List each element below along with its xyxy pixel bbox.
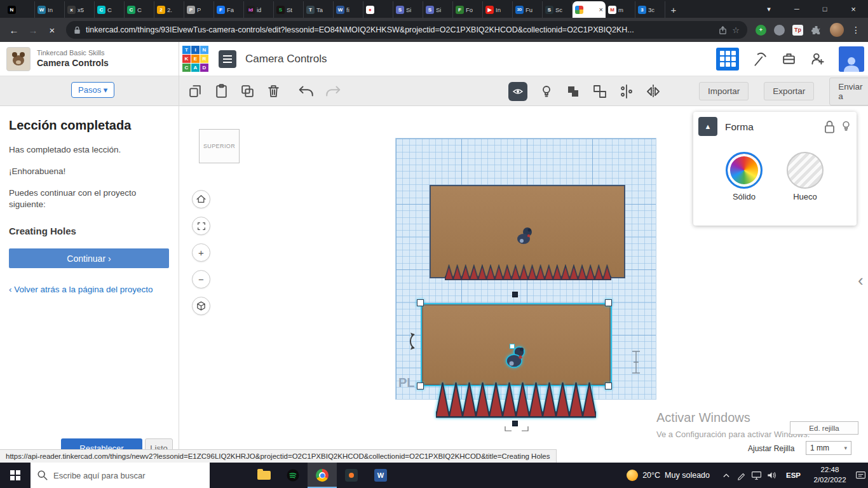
browser-tab[interactable]: SSc: [543, 1, 573, 18]
copy-icon[interactable]: [187, 83, 203, 99]
hide-lightbulb-icon[interactable]: [839, 119, 853, 133]
browser-tab[interactable]: Wfi: [334, 1, 363, 18]
browser-tab[interactable]: TTa: [304, 1, 334, 18]
perspective-toggle-button[interactable]: [192, 297, 210, 315]
continue-button[interactable]: Continuar ›: [9, 248, 169, 268]
solid-color-swatch[interactable]: [726, 152, 763, 189]
right-panel-collapse-chevron[interactable]: ‹: [858, 271, 864, 290]
viewcube-top-face[interactable]: SUPERIOR: [199, 129, 240, 163]
lesson-list-icon[interactable]: [219, 50, 236, 68]
action-center-icon[interactable]: [853, 463, 868, 488]
invite-person-add-icon[interactable]: [810, 51, 826, 67]
file-explorer-icon[interactable]: [249, 463, 278, 488]
browser-tab[interactable]: SSt: [274, 1, 304, 18]
panel-collapse-button[interactable]: ▲: [698, 117, 717, 136]
pen-tray-icon[interactable]: [734, 463, 749, 488]
snap-grid-select[interactable]: 1 mm ▾: [806, 441, 851, 455]
scale-handle-corner[interactable]: [417, 383, 424, 390]
tinkercad-logo[interactable]: T I N K E R C A D: [182, 46, 208, 72]
tray-expand-chevron[interactable]: [719, 463, 734, 488]
back-button[interactable]: ←: [5, 21, 23, 39]
paste-icon[interactable]: [214, 83, 229, 99]
dashboard-grid-button[interactable]: [716, 48, 739, 71]
browser-tab[interactable]: ●: [363, 1, 393, 18]
chrome-menu-kebab-icon[interactable]: ⋮: [849, 25, 863, 35]
dark-app-icon[interactable]: [337, 463, 366, 488]
browser-tab[interactable]: FFa: [214, 1, 244, 18]
export-button[interactable]: Exportar: [764, 82, 814, 100]
delete-trash-icon[interactable]: [266, 83, 281, 99]
taskbar-search-input[interactable]: [31, 463, 210, 488]
send-to-button[interactable]: Enviar a: [829, 78, 868, 105]
rotate-handle-icon[interactable]: [403, 332, 417, 351]
browser-tab[interactable]: 3DFu: [513, 1, 543, 18]
duplicate-icon[interactable]: [240, 83, 255, 99]
site-security-lock-icon[interactable]: [74, 26, 81, 34]
figure-handle[interactable]: [510, 344, 515, 349]
browser-tab[interactable]: Mm: [606, 1, 635, 18]
window-maximize-button[interactable]: □: [811, 0, 839, 18]
weather-widget[interactable]: 20°C Muy soleado: [627, 470, 710, 481]
start-button[interactable]: [0, 463, 31, 488]
edit-grid-button[interactable]: Ed. rejilla: [790, 421, 858, 435]
minecraft-pickaxe-icon[interactable]: [752, 51, 768, 67]
extension-icon[interactable]: [774, 25, 785, 36]
browser-tab[interactable]: SSi: [423, 1, 453, 18]
lock-icon[interactable]: [824, 120, 836, 133]
ungroup-icon[interactable]: [592, 84, 607, 99]
scale-handle-corner[interactable]: [417, 299, 424, 306]
browser-profile-avatar[interactable]: [830, 23, 844, 37]
browser-tab[interactable]: SSi: [393, 1, 423, 18]
zoom-in-button[interactable]: +: [192, 243, 210, 262]
import-button[interactable]: Importar: [699, 82, 749, 100]
redo-icon[interactable]: [325, 83, 341, 100]
user-avatar[interactable]: [839, 46, 864, 72]
corrugated-roof-strip[interactable]: [445, 264, 611, 280]
word-icon[interactable]: W: [366, 463, 395, 488]
briefcase-icon[interactable]: [781, 51, 797, 67]
browser-tab-active-tinkercad[interactable]: ×: [573, 1, 606, 18]
browser-tab[interactable]: CC: [95, 1, 125, 18]
stop-button[interactable]: ×: [43, 21, 61, 39]
window-minimize-button[interactable]: ─: [783, 0, 811, 18]
undo-icon[interactable]: [298, 83, 315, 100]
notes-visibility-button[interactable]: [508, 82, 527, 101]
extension-tp-icon[interactable]: Tp: [792, 25, 803, 36]
browser-tab[interactable]: N: [5, 1, 35, 18]
tab-close-icon[interactable]: ×: [599, 6, 603, 13]
browser-tab[interactable]: PP: [184, 1, 214, 18]
tabs-menu-chevron[interactable]: ▾: [757, 0, 780, 18]
lightbulb-icon[interactable]: [539, 84, 554, 99]
dog-figure[interactable]: [514, 224, 536, 247]
lesson-avatar[interactable]: [6, 47, 31, 71]
steps-dropdown-button[interactable]: Pasos ▾: [71, 82, 114, 98]
mirror-flip-icon[interactable]: [646, 84, 661, 99]
browser-tab[interactable]: 22.: [154, 1, 184, 18]
back-to-project-link[interactable]: ‹ Volver atrás a la página del proyecto: [9, 285, 153, 294]
align-icon[interactable]: [619, 84, 634, 99]
spotify-icon[interactable]: [278, 463, 308, 488]
volume-tray-icon[interactable]: [764, 463, 780, 488]
url-bar[interactable]: tinkercad.com/things/93IElvewTus-camera-…: [66, 21, 747, 39]
url-text[interactable]: tinkercad.com/things/93IElvewTus-camera-…: [86, 25, 714, 34]
fit-view-button[interactable]: [192, 217, 210, 235]
display-tray-icon[interactable]: [749, 463, 764, 488]
chrome-icon[interactable]: [308, 463, 337, 488]
scale-handle-corner[interactable]: [605, 299, 612, 306]
extension-adblock-icon[interactable]: +: [756, 25, 766, 36]
browser-tab[interactable]: ▶In: [483, 1, 513, 18]
window-close-button[interactable]: ×: [839, 0, 868, 18]
taskbar-clock[interactable]: 22:48 2/02/2022: [807, 465, 853, 485]
language-indicator[interactable]: ESP: [786, 471, 801, 479]
extensions-puzzle-icon[interactable]: [811, 25, 822, 36]
browser-tab[interactable]: CC: [125, 1, 154, 18]
taskbar-search[interactable]: [31, 463, 210, 488]
home-view-button[interactable]: [192, 190, 210, 208]
bookmark-star-icon[interactable]: ☆: [732, 25, 740, 35]
scale-handle-corner[interactable]: [605, 383, 612, 390]
browser-tab[interactable]: WIn: [35, 1, 65, 18]
browser-tab[interactable]: 33c: [635, 1, 665, 18]
forward-button[interactable]: →: [24, 21, 42, 39]
corrugated-roof-strip-selected[interactable]: [436, 380, 596, 418]
new-tab-button[interactable]: +: [665, 1, 682, 18]
